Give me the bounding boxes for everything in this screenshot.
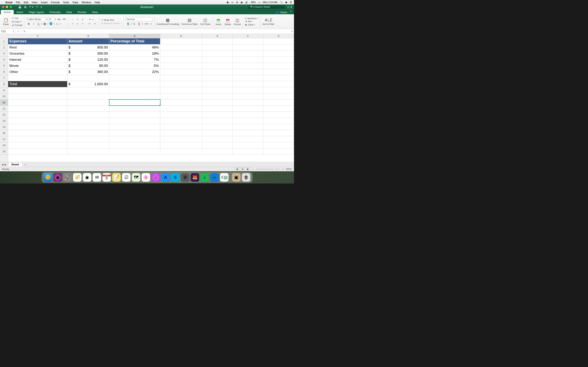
cell[interactable] bbox=[67, 142, 109, 149]
cell[interactable] bbox=[233, 130, 263, 136]
menu-format[interactable]: Format bbox=[51, 1, 60, 4]
dock-mail[interactable]: ✉ bbox=[93, 173, 101, 182]
expand-formula-bar-icon[interactable]: ▾ bbox=[290, 30, 294, 33]
cell[interactable] bbox=[202, 93, 233, 100]
comma-format-icon[interactable]: ❯ bbox=[137, 22, 141, 26]
cell[interactable] bbox=[233, 63, 263, 69]
paste-button[interactable]: 📋 Paste bbox=[2, 17, 10, 26]
cell[interactable]: Movie bbox=[8, 63, 67, 69]
cell[interactable] bbox=[67, 118, 109, 124]
cell[interactable] bbox=[160, 75, 202, 81]
row-header-17[interactable]: 17 bbox=[0, 136, 8, 142]
row-header-12[interactable]: 12 bbox=[0, 106, 8, 112]
cell[interactable] bbox=[109, 124, 160, 130]
cell[interactable] bbox=[233, 81, 263, 87]
cancel-formula-icon[interactable]: ✕ bbox=[17, 30, 19, 33]
cell[interactable]: $120.00 bbox=[67, 57, 109, 63]
format-as-table-button[interactable]: ▤Format as Table bbox=[181, 17, 199, 26]
row-header-10[interactable]: 10 bbox=[0, 93, 8, 100]
number-format-select[interactable]: General bbox=[126, 17, 152, 21]
cell[interactable] bbox=[263, 87, 294, 93]
row-header-11[interactable]: 11 bbox=[0, 100, 8, 106]
cell[interactable] bbox=[233, 93, 263, 100]
dock-maps[interactable]: 🗺 bbox=[132, 173, 140, 182]
cell[interactable] bbox=[109, 130, 160, 136]
cell[interactable] bbox=[8, 142, 67, 149]
cell[interactable] bbox=[8, 136, 67, 142]
cell[interactable] bbox=[109, 75, 160, 81]
cell[interactable] bbox=[202, 63, 233, 69]
cell[interactable] bbox=[160, 93, 202, 100]
cell[interactable] bbox=[202, 75, 233, 81]
cell[interactable] bbox=[233, 142, 263, 149]
tab-data[interactable]: Data bbox=[63, 10, 75, 14]
cell[interactable] bbox=[233, 124, 263, 130]
cell[interactable] bbox=[67, 149, 109, 155]
tab-review[interactable]: Review bbox=[75, 10, 89, 14]
accept-formula-icon[interactable]: ✓ bbox=[20, 30, 22, 33]
decrease-font-icon[interactable]: A▾ bbox=[62, 17, 66, 21]
cell[interactable] bbox=[202, 112, 233, 118]
cell[interactable]: 7% bbox=[109, 57, 160, 63]
cell[interactable] bbox=[263, 106, 294, 112]
cell[interactable] bbox=[8, 130, 67, 136]
cell[interactable] bbox=[263, 136, 294, 142]
cell[interactable]: Groceries bbox=[8, 50, 67, 57]
sheet-tab-sheet1[interactable]: Sheet1 bbox=[8, 162, 22, 167]
cell-styles-button[interactable]: ◫Cell Styles bbox=[199, 17, 212, 26]
menu-data[interactable]: Data bbox=[72, 1, 78, 4]
cell[interactable] bbox=[233, 75, 263, 81]
cell[interactable] bbox=[263, 100, 294, 106]
cell[interactable] bbox=[202, 44, 233, 50]
cell[interactable] bbox=[160, 149, 202, 155]
cell[interactable] bbox=[202, 81, 233, 87]
spotlight-icon[interactable]: 🔍 bbox=[280, 1, 283, 4]
wifi-icon[interactable]: ⊚ bbox=[236, 1, 238, 4]
sort-filter-button[interactable]: A↓ZSort & Filter bbox=[262, 17, 275, 26]
row-header-18[interactable]: 18 bbox=[0, 142, 8, 149]
cell[interactable] bbox=[233, 87, 263, 93]
volume-icon[interactable]: 🔊 bbox=[245, 1, 248, 4]
dock-notes[interactable]: 📝 bbox=[112, 173, 121, 182]
search-sheet-input[interactable]: 🔍▾ Search Sheet bbox=[249, 5, 285, 9]
cell[interactable] bbox=[67, 93, 109, 100]
conditional-formatting-button[interactable]: ▦Conditional Formatting bbox=[156, 17, 180, 26]
cell[interactable] bbox=[233, 136, 263, 142]
fill-handle[interactable] bbox=[159, 105, 160, 106]
cell[interactable]: $1,660.00 bbox=[67, 81, 109, 87]
increase-indent-icon[interactable]: ⇥ bbox=[93, 22, 97, 25]
cell[interactable] bbox=[263, 38, 294, 44]
dock-photos[interactable]: 🌸 bbox=[142, 173, 150, 182]
qat-save-icon[interactable]: 💾 bbox=[18, 6, 21, 8]
cell[interactable] bbox=[202, 106, 233, 112]
cell[interactable] bbox=[202, 57, 233, 63]
dock-firefox[interactable]: 🦊 bbox=[191, 173, 199, 182]
dock-itunes[interactable]: ♪ bbox=[151, 173, 160, 182]
menu-window[interactable]: Window bbox=[82, 1, 91, 4]
dock-teamviewer[interactable]: ↔ bbox=[210, 173, 219, 182]
cell[interactable] bbox=[202, 87, 233, 93]
cell[interactable] bbox=[160, 100, 202, 106]
cell[interactable] bbox=[109, 106, 160, 112]
cell[interactable] bbox=[67, 124, 109, 130]
col-header-E[interactable]: E bbox=[202, 34, 233, 38]
cell[interactable] bbox=[160, 57, 202, 63]
cell[interactable] bbox=[8, 112, 67, 118]
tab-home[interactable]: Home bbox=[1, 10, 14, 14]
cell[interactable] bbox=[160, 142, 202, 149]
row-header-15[interactable]: 15 bbox=[0, 124, 8, 130]
cut-button[interactable]: ✂Cut bbox=[12, 17, 22, 20]
cell[interactable] bbox=[8, 100, 67, 106]
insert-cells-button[interactable]: ⬒Insert bbox=[214, 17, 223, 26]
menu-insert[interactable]: Insert bbox=[41, 1, 48, 4]
row-header-3[interactable]: 3 bbox=[0, 50, 8, 57]
cell[interactable] bbox=[202, 118, 233, 124]
cell[interactable] bbox=[160, 124, 202, 130]
cell[interactable] bbox=[233, 69, 263, 75]
notification-center-icon[interactable]: ☰ bbox=[290, 1, 292, 4]
col-header-D[interactable]: D bbox=[160, 34, 202, 38]
eject-icon[interactable]: ⏏ bbox=[241, 1, 243, 4]
dock-excel[interactable]: X▤ bbox=[220, 173, 229, 182]
dock-cal[interactable]: FEB5 bbox=[103, 173, 111, 182]
cell[interactable] bbox=[8, 75, 67, 81]
